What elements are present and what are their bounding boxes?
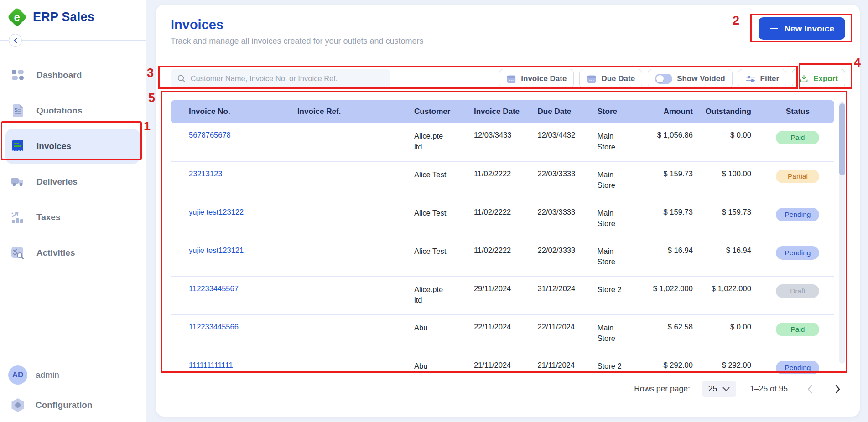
amount-cell: $ 159.73 bbox=[646, 161, 703, 200]
tax-chart-icon bbox=[10, 211, 26, 224]
invoice-number-link[interactable]: 111111111111 bbox=[189, 361, 233, 369]
col-header-due-date: Due Date bbox=[538, 100, 598, 123]
customer-cell: Alice Test bbox=[414, 200, 474, 238]
sidebar-item-label: Dashboard bbox=[36, 70, 82, 80]
download-icon bbox=[799, 74, 809, 83]
customer-cell: Alice Test bbox=[414, 161, 474, 200]
calendar-icon bbox=[506, 74, 516, 84]
new-invoice-button[interactable]: New Invoice bbox=[759, 17, 845, 40]
rows-per-page-select[interactable]: 25 bbox=[702, 381, 736, 397]
table-row[interactable]: 112233445566 Abu 22/11/2024 22/11/2024 M… bbox=[171, 314, 834, 353]
sidebar-item-label: Activities bbox=[36, 248, 75, 258]
table-row[interactable]: 112233445567 Alice.pte ltd 29/11/2024 31… bbox=[171, 276, 834, 314]
table-scrollbar[interactable] bbox=[839, 101, 845, 364]
col-header-invoice-ref: Invoice Ref. bbox=[297, 100, 414, 123]
invoice-number-link[interactable]: yujie test123121 bbox=[189, 246, 244, 254]
store-cell: Main Store bbox=[598, 314, 647, 353]
search-icon bbox=[177, 74, 186, 83]
amount-cell: $ 1,056.86 bbox=[646, 123, 703, 161]
invoice-number-link[interactable]: 112233445566 bbox=[189, 323, 239, 331]
status-badge: Pending bbox=[776, 246, 819, 260]
sidebar-collapse-button[interactable] bbox=[9, 34, 22, 47]
table-row[interactable]: yujie test123122 Alice Test 11/02/2222 2… bbox=[171, 200, 834, 238]
activities-checklist-icon bbox=[10, 246, 26, 260]
filter-button[interactable]: Filter bbox=[738, 69, 787, 88]
sidebar-item-configuration[interactable]: Configuration bbox=[0, 398, 146, 412]
sidebar: e ERP Sales Dashboard $ Quotations Invoi… bbox=[0, 0, 146, 422]
invoice-date-filter-label: Invoice Date bbox=[521, 74, 567, 83]
next-page-button[interactable] bbox=[835, 385, 841, 394]
export-button[interactable]: Export bbox=[792, 69, 845, 88]
show-voided-label: Show Voided bbox=[677, 74, 725, 83]
pagination: Rows per page: 25 1–25 of 95 bbox=[171, 381, 845, 397]
outstanding-cell: $ 0.00 bbox=[703, 123, 761, 161]
previous-page-button[interactable] bbox=[807, 385, 813, 394]
search-box[interactable] bbox=[171, 69, 390, 88]
amount-cell: $ 16.94 bbox=[646, 238, 703, 276]
chevron-left-icon bbox=[13, 38, 18, 43]
due-date-filter-label: Due Date bbox=[601, 74, 635, 83]
col-header-invoice-no: Invoice No. bbox=[171, 100, 297, 123]
svg-text:$: $ bbox=[15, 107, 18, 113]
search-input[interactable] bbox=[191, 74, 384, 83]
pagination-range: 1–25 of 95 bbox=[750, 384, 788, 394]
invoice-date-cell: 11/02/2222 bbox=[474, 200, 538, 238]
table-row[interactable]: 23213123 Alice Test 11/02/2222 22/03/333… bbox=[171, 161, 834, 200]
chevron-left-icon bbox=[807, 385, 813, 394]
invoice-ref-cell bbox=[297, 161, 414, 200]
invoice-number-link[interactable]: 112233445567 bbox=[189, 284, 239, 293]
table-header: Invoice No. Invoice Ref. Customer Invoic… bbox=[171, 100, 834, 123]
invoices-card: Invoices Track and manage all invoices c… bbox=[156, 5, 860, 417]
store-cell: Store 2 bbox=[598, 276, 647, 314]
due-date-cell: 22/03/3333 bbox=[538, 200, 598, 238]
sidebar-item-taxes[interactable]: Taxes bbox=[0, 200, 146, 235]
page-title: Invoices bbox=[171, 17, 424, 32]
invoice-number-link[interactable]: yujie test123122 bbox=[189, 208, 244, 216]
invoice-ref-cell bbox=[297, 200, 414, 238]
quotation-document-icon: $ bbox=[10, 104, 26, 118]
col-header-outstanding: Outstanding bbox=[703, 100, 761, 123]
outstanding-cell: $ 1,022.000 bbox=[703, 276, 761, 314]
invoice-ref-cell bbox=[297, 353, 414, 374]
invoice-ref-cell bbox=[297, 314, 414, 353]
due-date-cell: 22/11/2024 bbox=[538, 314, 598, 353]
user-name: admin bbox=[36, 370, 59, 380]
invoice-table: Invoice No. Invoice Ref. Customer Invoic… bbox=[171, 100, 834, 374]
sidebar-item-deliveries[interactable]: Deliveries bbox=[0, 164, 146, 200]
toggle-off-icon[interactable] bbox=[655, 74, 672, 84]
table-row[interactable]: 111111111111 Abu 21/11/2024 21/11/2024 S… bbox=[171, 353, 834, 374]
scrollbar-thumb[interactable] bbox=[839, 103, 845, 175]
amount-cell: $ 62.58 bbox=[646, 314, 703, 353]
store-cell: Main Store bbox=[598, 161, 647, 200]
user-profile[interactable]: AD admin bbox=[0, 365, 146, 385]
sidebar-item-label: Taxes bbox=[36, 212, 60, 222]
invoice-number-link[interactable]: 23213123 bbox=[189, 170, 222, 178]
due-date-cell: 12/03/4432 bbox=[538, 123, 598, 161]
show-voided-toggle-button[interactable]: Show Voided bbox=[648, 69, 732, 88]
sidebar-item-quotations[interactable]: $ Quotations bbox=[0, 93, 146, 129]
invoice-number-link[interactable]: 5678765678 bbox=[189, 131, 231, 139]
new-invoice-label: New Invoice bbox=[784, 24, 834, 34]
invoice-date-cell: 11/02/2222 bbox=[474, 238, 538, 276]
sidebar-item-invoices[interactable]: Invoices bbox=[5, 129, 140, 164]
table-row[interactable]: yujie test123121 Alice Test 11/02/2222 2… bbox=[171, 238, 834, 276]
avatar: AD bbox=[8, 365, 27, 385]
invoice-date-filter-button[interactable]: Invoice Date bbox=[499, 69, 574, 88]
chevron-down-icon bbox=[722, 387, 730, 391]
customer-cell: Alice Test bbox=[414, 238, 474, 276]
sidebar-nav: Dashboard $ Quotations Invoices Deliveri… bbox=[0, 57, 146, 271]
table-row[interactable]: 5678765678 Alice.pte ltd 12/03/3433 12/0… bbox=[171, 123, 834, 161]
due-date-filter-button[interactable]: Due Date bbox=[579, 69, 642, 88]
plus-icon bbox=[769, 24, 779, 33]
truck-icon bbox=[10, 176, 26, 188]
amount-cell: $ 292.00 bbox=[646, 353, 703, 374]
invoice-table-container: Invoice No. Invoice Ref. Customer Invoic… bbox=[171, 100, 845, 374]
due-date-cell: 21/11/2024 bbox=[538, 353, 598, 374]
col-header-amount: Amount bbox=[646, 100, 703, 123]
sidebar-item-dashboard[interactable]: Dashboard bbox=[0, 57, 146, 93]
invoice-ref-cell bbox=[297, 238, 414, 276]
status-badge: Paid bbox=[776, 323, 819, 336]
col-header-invoice-date: Invoice Date bbox=[474, 100, 538, 123]
export-label: Export bbox=[813, 74, 838, 83]
sidebar-item-activities[interactable]: Activities bbox=[0, 235, 146, 271]
